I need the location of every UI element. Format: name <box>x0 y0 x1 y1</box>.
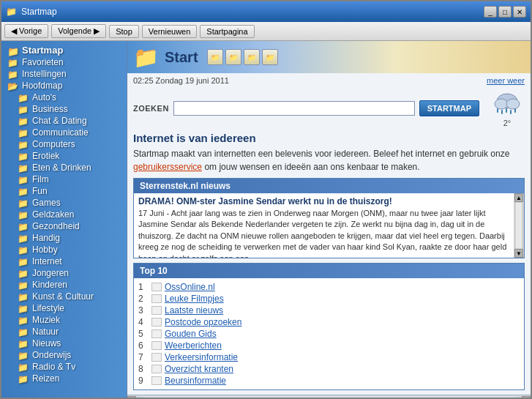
list-item[interactable]: 2 Leuke Filmpjes <box>138 293 520 305</box>
main-area: 📁 Startmap 📁 Favorieten 📁 Instellingen 📂… <box>1 41 531 398</box>
refresh-button[interactable]: Vernieuwen <box>142 25 198 38</box>
search-input[interactable] <box>173 101 415 116</box>
svg-rect-3 <box>497 108 498 113</box>
page-icon <box>151 306 162 315</box>
maximize-button[interactable]: □ <box>498 6 512 18</box>
home-button[interactable]: Startpagina <box>200 25 254 38</box>
folder-icon: 📁 <box>18 210 29 219</box>
folder-icon: 📁 <box>18 93 29 102</box>
forward-button[interactable]: Volgende ▶ <box>51 24 106 38</box>
stop-button[interactable]: Stop <box>109 25 139 38</box>
folder-icon: 📁 <box>18 187 29 195</box>
folder-icon: 📁 <box>18 374 29 383</box>
welcome-text-1: Startmap maakt van internetten een belev… <box>133 149 509 159</box>
h-scroll-right[interactable]: ▶ <box>522 396 531 398</box>
folder-icon: 📁 <box>18 316 29 324</box>
folder-icon: 📁 <box>18 234 29 242</box>
welcome-text-2: om jouw wensen en ideeën aan ons kenbaar… <box>202 162 420 172</box>
page-icon <box>151 365 162 373</box>
sidebar-item-geldzaken[interactable]: 📁 Geldzaken <box>1 209 127 220</box>
svg-rect-4 <box>501 110 503 114</box>
list-item[interactable]: 6 Weerberichten <box>138 340 520 351</box>
list-item[interactable]: 7 Verkeersinformatie <box>138 351 520 363</box>
weather-temp: 2° <box>503 119 512 127</box>
search-button[interactable]: STARTMAP <box>419 100 479 116</box>
sidebar-item-gezondheid[interactable]: 📁 Gezondheid <box>1 220 127 232</box>
sidebar-item-kinderen[interactable]: 📁 Kinderen <box>1 279 127 291</box>
list-item[interactable]: 8 Overzicht kranten <box>138 363 520 375</box>
list-item[interactable]: 1 OssOnline.nl <box>138 281 520 293</box>
welcome-title: Internet is van iedereen <box>133 132 525 144</box>
h-scroll-left[interactable]: ◀ <box>127 396 136 398</box>
sidebar-item-computers[interactable]: 📁 Computers <box>1 138 127 150</box>
page-icon <box>151 341 162 350</box>
minimize-button[interactable]: _ <box>484 6 497 18</box>
search-bar: ZOEKEN STARTMAP <box>127 89 531 132</box>
sidebar-item-reizen[interactable]: 📁 Reizen <box>1 373 127 384</box>
news-scrollbar[interactable]: ▲ ▼ <box>514 193 524 258</box>
horizontal-scrollbar[interactable]: ◀ ▶ <box>127 395 531 398</box>
svg-rect-7 <box>514 108 516 113</box>
folder-icon: 📁 <box>18 163 29 172</box>
sidebar-item-autos[interactable]: 📁 Auto's <box>1 92 127 103</box>
tab-icon-2[interactable]: 📁 <box>225 49 241 65</box>
sidebar-item-eten-drinken[interactable]: 📁 Eten & Drinken <box>1 162 127 174</box>
list-item[interactable]: 3 Laatste nieuws <box>138 305 520 316</box>
tab-icon-4[interactable]: 📁 <box>262 49 278 65</box>
sidebar-item-favorieten[interactable]: 📁 Favorieten <box>1 56 127 68</box>
back-button[interactable]: ◀ Vorige <box>4 24 48 38</box>
folder-icon: 📁 <box>18 128 29 137</box>
page-header: 📁 Start 📁 📁 📁 📁 <box>127 41 531 73</box>
svg-point-2 <box>506 99 520 109</box>
folder-icon: 📁 <box>18 304 29 313</box>
sidebar-item-hoofdmap[interactable]: 📂 Hoofdmap <box>1 80 127 92</box>
folder-icon: 📁 <box>7 70 19 78</box>
sidebar-item-instellingen[interactable]: 📁 Instellingen <box>1 68 127 80</box>
folder-icon: 📁 <box>18 327 29 336</box>
tab-icon-3[interactable]: 📁 <box>244 49 260 65</box>
sidebar-item-kunst-cultuur[interactable]: 📁 Kunst & Cultuur <box>1 291 127 302</box>
folder-icon: 📁 <box>18 116 29 125</box>
title-bar: 📁 Startmap _ □ ✕ <box>1 1 531 22</box>
content-panel: 📁 Start 📁 📁 📁 📁 02:25 Zondag 19 juni 201… <box>127 41 531 398</box>
sidebar-item-handig[interactable]: 📁 Handig <box>1 232 127 244</box>
sidebar-item-erotiek[interactable]: 📁 Erotiek <box>1 150 127 162</box>
sidebar-item-communicatie[interactable]: 📁 Communicatie <box>1 127 127 138</box>
folder-icon: 📁 <box>18 351 29 359</box>
sidebar-item-startmap[interactable]: 📁 Startmap <box>1 44 127 56</box>
sidebar-item-fun[interactable]: 📁 Fun <box>1 185 127 197</box>
sidebar-item-business[interactable]: 📁 Business <box>1 103 127 115</box>
sidebar-item-jongeren[interactable]: 📁 Jongeren <box>1 267 127 279</box>
sidebar-item-games[interactable]: 📁 Games <box>1 197 127 209</box>
list-item[interactable]: 9 Beursinformatie <box>138 375 520 387</box>
tab-icon-1[interactable]: 📁 <box>207 49 223 65</box>
sidebar-item-nieuws[interactable]: 📁 Nieuws <box>1 338 127 349</box>
news-body: 17 Juni - Acht jaar lang was te zien in … <box>138 208 512 258</box>
list-item[interactable]: 5 Gouden Gids <box>138 328 520 340</box>
sidebar-item-hobby[interactable]: 📁 Hobby <box>1 244 127 256</box>
folder-icon: 📁 <box>7 46 19 55</box>
folder-icon: 📁 <box>7 58 19 67</box>
sidebar-item-film[interactable]: 📁 Film <box>1 174 127 185</box>
sidebar-item-muziek[interactable]: 📁 Muziek <box>1 314 127 326</box>
sidebar-item-chat-dating[interactable]: 📁 Chat & Dating <box>1 115 127 127</box>
page-icon <box>151 353 162 362</box>
sidebar-item-internet[interactable]: 📁 Internet <box>1 256 127 267</box>
title-bar-buttons: _ □ ✕ <box>484 6 526 18</box>
toolbar: ◀ Vorige Volgende ▶ Stop Vernieuwen Star… <box>1 22 531 41</box>
meer-weer-link[interactable]: meer weer <box>487 76 525 85</box>
page-icon <box>151 329 162 338</box>
weather-cloud-icon <box>490 89 525 119</box>
list-item[interactable]: 4 Postcode opzoeken <box>138 316 520 328</box>
sidebar-item-onderwijs[interactable]: 📁 Onderwijs <box>1 349 127 361</box>
title-icon: 📁 <box>6 7 17 17</box>
news-title[interactable]: DRAMA! ONM-ster Jasmine Sendar werkt nu … <box>138 196 512 206</box>
gebruikersservice-link[interactable]: gebruikersservice <box>133 162 202 172</box>
sidebar-item-natuur[interactable]: 📁 Natuur <box>1 326 127 338</box>
sidebar-item-radio-tv[interactable]: 📁 Radio & Tv <box>1 361 127 373</box>
page-icon <box>151 283 162 291</box>
folder-icon: 📁 <box>18 222 29 231</box>
sidebar-item-lifestyle[interactable]: 📁 Lifestyle <box>1 302 127 314</box>
news-header: Sterrenstek.nl nieuws <box>134 179 524 193</box>
close-button[interactable]: ✕ <box>513 6 526 18</box>
